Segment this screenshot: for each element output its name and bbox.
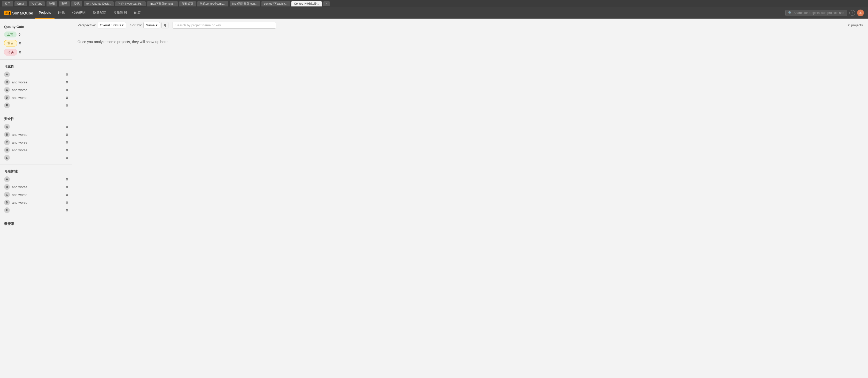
sidebar-divider-1 (0, 59, 72, 60)
content-area: Perspective: Overall Status ▾ Sort by: N… (72, 19, 868, 371)
maint-a-count: 0 (66, 178, 68, 181)
sidebar-security-a[interactable]: A 0 (0, 123, 72, 131)
browser-tabs: 应用 Gmail YouTube 地图 翻译 资讯 ck :: Ubuntu D… (0, 0, 868, 7)
maint-b-label: and worse (12, 185, 64, 189)
reliability-d-badge: D (4, 95, 10, 100)
main-layout: Quality Gate 正常 0 警告 0 错误 0 可靠性 A 0 B an… (0, 19, 868, 371)
tab-linux-web[interactable]: linux网站部署-cen... (230, 1, 260, 6)
security-a-badge: A (4, 124, 10, 130)
security-d-count: 0 (66, 148, 68, 152)
security-d-label: and worse (12, 148, 64, 152)
qg-error-row[interactable]: 错误 0 (0, 48, 72, 57)
sortby-value: Name (146, 23, 155, 27)
reliability-c-count: 0 (66, 88, 68, 92)
nav-projects[interactable]: Projects (35, 7, 55, 19)
tab-centos-tomcat[interactable]: 教你centos中tomc... (197, 1, 228, 6)
qg-passed-count: 0 (19, 33, 21, 36)
security-c-badge: C (4, 139, 10, 145)
help-button[interactable]: ? (849, 10, 855, 16)
security-a-count: 0 (66, 125, 68, 129)
tab-maps[interactable]: 地图 (46, 1, 57, 6)
reliability-b-badge: B (4, 79, 10, 85)
perspective-label: Perspective: (78, 23, 96, 27)
maint-d-label: and worse (12, 200, 64, 204)
sidebar-reliability-d[interactable]: D and worse 0 (0, 94, 72, 101)
perspective-select[interactable]: Overall Status ▾ (98, 22, 126, 28)
sidebar-security-c[interactable]: C and worse 0 (0, 138, 72, 146)
sidebar-maint-e[interactable]: E 0 (0, 206, 72, 214)
nav-quality-gates[interactable]: 质量调阀 (110, 7, 130, 19)
security-d-badge: D (4, 147, 10, 153)
sonar-search-input[interactable] (794, 11, 844, 15)
nav-admin[interactable]: 配置 (130, 7, 145, 19)
sidebar-reliability-e[interactable]: E 0 (0, 101, 72, 109)
security-b-label: and worse (12, 133, 64, 136)
sidebar-coverage-title: 覆盖率 (0, 219, 72, 228)
perspective-item: Perspective: Overall Status ▾ (78, 22, 126, 28)
sidebar-security-e[interactable]: E 0 (0, 154, 72, 162)
sidebar-maint-c[interactable]: C and worse 0 (0, 191, 72, 198)
qg-passed-row[interactable]: 正常 0 (0, 30, 72, 39)
tab-info[interactable]: 资讯 (71, 1, 82, 6)
sidebar-reliability-a[interactable]: A 0 (0, 70, 72, 78)
qg-warning-btn[interactable]: 警告 (4, 40, 17, 46)
tab-centos-mirror[interactable]: Centos | 镜像站使... (291, 1, 322, 6)
sidebar-maint-b[interactable]: B and worse 0 (0, 183, 72, 191)
reliability-a-badge: A (4, 71, 10, 77)
sidebar-reliability-b[interactable]: B and worse 0 (0, 78, 72, 86)
sidebar-reliability-title: 可靠性 (0, 62, 72, 70)
nav-issues[interactable]: 问题 (55, 7, 68, 19)
search-icon: 🔍 (788, 11, 792, 15)
sortby-chevron-icon: ▾ (156, 23, 158, 27)
tab-more[interactable]: » (323, 1, 330, 6)
qg-warning-row[interactable]: 警告 0 (0, 39, 72, 48)
reliability-e-count: 0 (66, 103, 68, 107)
maint-c-badge: C (4, 192, 10, 197)
tab-gmail[interactable]: Gmail (14, 1, 27, 6)
sidebar-maint-d[interactable]: D and worse 0 (0, 198, 72, 206)
sidebar-security-d[interactable]: D and worse 0 (0, 146, 72, 154)
tab-php[interactable]: PHP: Hypertext Pr... (115, 1, 146, 6)
sidebar-maintainability-title: 可维护性 (0, 167, 72, 175)
maint-b-badge: B (4, 184, 10, 190)
maint-d-count: 0 (66, 200, 68, 204)
tab-zabbix[interactable]: centos7下zabbix... (261, 1, 290, 6)
sidebar-reliability-c[interactable]: C and worse 0 (0, 86, 72, 94)
tab-youtube[interactable]: YouTube (29, 1, 45, 6)
sidebar: Quality Gate 正常 0 警告 0 错误 0 可靠性 A 0 B an… (0, 19, 72, 371)
security-b-badge: B (4, 132, 10, 137)
qg-error-btn[interactable]: 错误 (4, 49, 17, 56)
reliability-a-count: 0 (66, 72, 68, 76)
sidebar-security-b[interactable]: B and worse 0 (0, 131, 72, 138)
nav-code-rules[interactable]: 代码规则 (68, 7, 89, 19)
maint-a-badge: A (4, 176, 10, 182)
sortby-item: Sort by: Name ▾ ⇅ (130, 22, 168, 28)
maint-c-count: 0 (66, 193, 68, 197)
tab-biaoqian[interactable]: 新标签页 (179, 1, 196, 6)
qg-warning-count: 0 (19, 41, 21, 45)
user-avatar[interactable]: A (857, 9, 864, 16)
sidebar-divider-2 (0, 112, 72, 112)
tab-translate[interactable]: 翻译 (59, 1, 70, 6)
tab-apps[interactable]: 应用 (2, 1, 13, 6)
sonar-logo-text: SonarQube (12, 11, 33, 15)
sonar-logo: SQ SonarQube (4, 10, 33, 15)
reliability-d-label: and worse (12, 96, 64, 100)
maint-b-count: 0 (66, 185, 68, 189)
nav-quality-profiles[interactable]: 质量配置 (89, 7, 110, 19)
sort-toggle-button[interactable]: ⇅ (161, 22, 168, 28)
security-c-label: and worse (12, 140, 64, 144)
tab-ck[interactable]: ck :: Ubuntu Desk... (84, 1, 114, 6)
sonar-search-box[interactable]: 🔍 (785, 10, 847, 16)
sidebar-maint-a[interactable]: A 0 (0, 175, 72, 183)
project-search-input[interactable] (173, 22, 276, 29)
sidebar-quality-gate-title: Quality Gate (0, 23, 72, 30)
tab-tomcat[interactable]: linux下部署tomcat... (147, 1, 178, 6)
perspective-value: Overall Status (100, 23, 121, 27)
reliability-b-label: and worse (12, 80, 64, 84)
sonar-nav: Projects 问题 代码规则 质量配置 质量调阀 配置 (35, 7, 785, 19)
maint-c-label: and worse (12, 193, 64, 197)
qg-passed-btn[interactable]: 正常 (4, 32, 17, 37)
reliability-d-count: 0 (66, 96, 68, 100)
sortby-select[interactable]: Name ▾ (144, 22, 160, 28)
